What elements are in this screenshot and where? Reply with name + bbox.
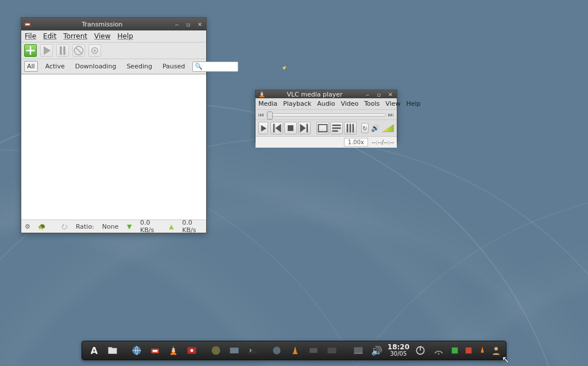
running-app-browser-icon[interactable] [208,343,223,358]
mute-icon[interactable]: 🔊 [371,124,380,132]
close-button[interactable]: ✕ [196,20,204,28]
turtle-mode-icon[interactable]: 🐢 [38,223,45,230]
running-app-3-icon[interactable] [306,343,321,358]
filter-all[interactable]: All [24,61,38,72]
transmission-window[interactable]: Transmission ‒ ▫ ✕ File Edit Torrent Vie… [21,17,207,233]
menu-playback[interactable]: Playback [283,100,311,107]
svg-rect-5 [260,97,265,98]
menu-media[interactable]: Media [258,100,277,107]
vlc-seekbar-row: ⏮ ⏭ [256,110,397,120]
svg-point-32 [494,347,498,350]
next-button[interactable] [298,122,311,134]
menu-audio[interactable]: Audio [317,100,335,107]
add-torrent-button[interactable] [24,44,37,57]
volume-slider[interactable] [382,124,394,132]
minimize-button[interactable]: ‒ [173,20,181,28]
vlc-titlebar[interactable]: VLC media player ‒ ▫ ✕ [256,90,397,98]
start-button[interactable] [40,44,53,57]
maximize-button[interactable]: ▫ [184,20,192,28]
menu-file[interactable]: File [25,32,36,40]
vlc-seekbar[interactable] [266,113,386,117]
prev-chapter-icon[interactable]: ⏮ [258,111,264,118]
maximize-button[interactable]: ▫ [375,90,383,98]
svg-point-17 [191,349,194,352]
svg-point-29 [438,353,440,355]
anarchy-menu-icon[interactable]: A [87,343,102,358]
svg-rect-12 [153,350,157,352]
transmission-dock-icon[interactable] [148,343,163,358]
menu-view[interactable]: View [385,100,400,107]
filter-seeding[interactable]: Seeding [123,61,155,72]
loop-button[interactable]: ↻ [361,123,368,133]
ratio-value: None [102,223,119,230]
properties-button[interactable] [88,44,101,57]
svg-rect-7 [261,94,263,95]
vlc-tray-icon[interactable] [477,343,488,358]
menu-tools[interactable]: Tools [364,100,380,107]
minimize-button[interactable]: ‒ [363,90,372,98]
svg-rect-26 [354,353,362,354]
recorder-tray-icon[interactable] [463,343,474,358]
playlist-button[interactable] [330,122,343,134]
menu-view[interactable]: View [94,32,110,40]
web-browser-icon[interactable] [129,343,144,358]
menu-help[interactable]: Help [406,100,420,107]
transmission-title: Transmission [35,21,169,28]
next-chapter-icon[interactable]: ⏭ [388,111,394,118]
svg-rect-22 [293,353,297,354]
transmission-search-input[interactable] [203,63,282,70]
show-desktop-icon[interactable] [351,343,366,358]
clock-time: 18:20 [388,344,409,350]
svg-rect-13 [171,353,176,355]
screen-recorder-icon[interactable] [184,343,199,358]
stop-button[interactable] [284,122,297,134]
clear-search-icon[interactable]: 🧹 [282,63,290,70]
taskbar-dock[interactable]: A 🔊 18:20 30/05 [82,341,506,360]
filter-downloading[interactable]: Downloading [72,61,119,72]
running-app-terminal-icon[interactable] [245,343,260,358]
filter-active[interactable]: Active [42,61,68,72]
transmission-search[interactable]: 🔍 🧹 [192,61,238,72]
settings-icon[interactable]: ⚙ [25,223,30,230]
svg-rect-14 [172,349,175,350]
menu-help[interactable]: Help [118,32,133,40]
svg-rect-24 [328,348,336,353]
remove-button[interactable] [72,44,85,57]
filter-paused[interactable]: Paused [160,61,188,72]
torrent-list-area[interactable] [21,74,206,220]
clock-widget[interactable]: 18:20 30/05 [388,344,409,357]
svg-rect-20 [249,347,257,354]
seek-knob[interactable] [267,111,273,120]
user-tray-icon[interactable] [491,343,501,358]
vlc-menubar: Media Playback Audio Video Tools View He… [256,98,397,110]
svg-rect-30 [452,348,458,354]
power-icon[interactable] [413,343,428,358]
vlc-window[interactable]: VLC media player ‒ ▫ ✕ Media Playback Au… [255,90,397,142]
vlc-dock-icon[interactable] [166,343,181,358]
extended-settings-button[interactable] [344,122,357,134]
update-tray-icon[interactable] [450,343,460,358]
vlc-controls: ↻ 🔊 [256,120,397,136]
file-manager-icon[interactable] [105,343,120,358]
playback-speed[interactable]: 1.00x [344,138,368,147]
network-tray-icon[interactable] [431,343,446,358]
volume-icon[interactable]: 🔊 [369,343,384,358]
running-app-4-icon[interactable] [324,343,339,358]
close-button[interactable]: ✕ [386,90,394,98]
running-app-files-icon[interactable] [227,343,242,358]
menu-torrent[interactable]: Torrent [63,32,87,40]
menu-video[interactable]: Video [341,100,358,107]
transmission-titlebar[interactable]: Transmission ‒ ▫ ✕ [21,18,206,30]
search-icon: 🔍 [195,63,203,70]
running-vlc-icon[interactable] [288,343,303,358]
download-speed: 0.0 KB/s [140,219,161,234]
svg-point-21 [273,346,280,354]
play-button[interactable] [258,122,268,134]
previous-button[interactable] [270,122,283,134]
pause-button[interactable] [56,44,69,57]
menu-edit[interactable]: Edit [43,32,56,40]
running-app-2-icon[interactable] [269,343,284,358]
upload-arrow-icon: ▲ [169,223,174,230]
fullscreen-button[interactable] [316,122,329,134]
svg-rect-23 [310,348,317,353]
